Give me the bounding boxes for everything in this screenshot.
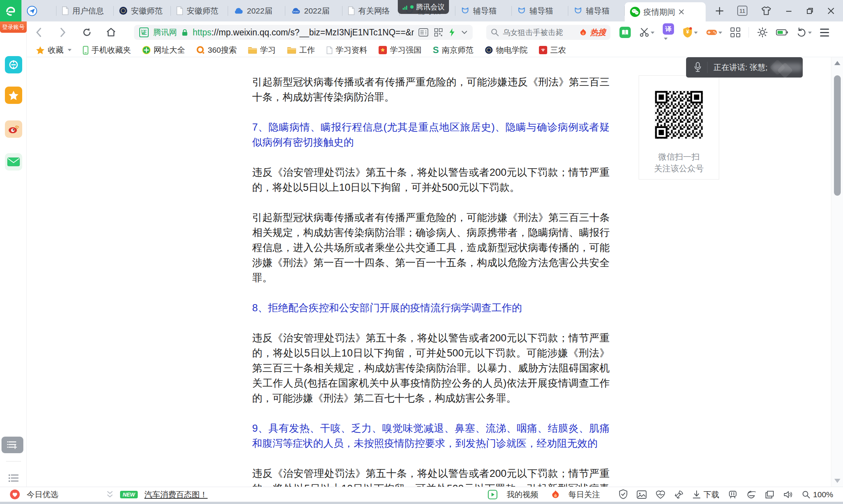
back-button[interactable] [32, 26, 45, 39]
double-chevron-icon[interactable] [107, 490, 113, 499]
image-icon[interactable] [637, 490, 647, 499]
page-qr-icon[interactable] [434, 28, 443, 37]
vertical-scrollbar[interactable] [831, 57, 843, 487]
ie-compat-icon[interactable] [746, 490, 756, 499]
daily-follow-label[interactable]: 每日关注 [568, 489, 600, 500]
theme-shirt-icon[interactable] [761, 6, 771, 15]
games-caret-icon[interactable] [718, 32, 722, 34]
my-videos-icon[interactable] [488, 490, 498, 499]
home-button[interactable] [105, 26, 117, 39]
sidebar-collector-panel[interactable] [2, 437, 23, 453]
tab-label: 辅导猫 [586, 6, 610, 16]
tab-pinned-nav[interactable] [21, 0, 56, 21]
refresh-button[interactable] [81, 26, 93, 39]
robot-grill-icon[interactable] [728, 490, 737, 499]
undo-restore-icon[interactable] [796, 27, 812, 38]
bookmark-sannong[interactable]: 三农 [539, 45, 566, 55]
browser-logo[interactable] [0, 0, 21, 21]
tab-2022-2[interactable]: 24365 2022届 [285, 0, 342, 21]
bookmark-folder-work[interactable]: 工作 [287, 45, 315, 55]
heart-badge-icon[interactable] [10, 489, 20, 499]
battery-saver-icon[interactable] [776, 29, 788, 36]
cloud-icon [233, 7, 243, 14]
multi-window-icon[interactable] [765, 490, 774, 499]
wallet-caret-icon[interactable] [694, 32, 698, 34]
wallet-shield-icon[interactable]: ¥ [682, 27, 698, 38]
document-icon [348, 6, 355, 15]
flame-icon [580, 28, 586, 37]
url-text[interactable]: https://mp.weixin.qq.com/s?__biz=MzI3NjE… [193, 27, 414, 38]
bookmark-nanjing-normal[interactable]: S 南京师范 [433, 45, 473, 55]
tab-network-doc[interactable]: 有关网络 [342, 0, 400, 21]
minimize-icon[interactable] [785, 7, 793, 15]
headline-link[interactable]: 汽车消费百态图！ [145, 489, 208, 500]
tab-2022-1[interactable]: 2022届 [228, 0, 285, 21]
favorites-caret-icon[interactable] [68, 49, 72, 51]
bookmark-360-search[interactable]: 360搜索 [196, 45, 237, 55]
tab-anhui-normal-2[interactable]: 安徽师范 [171, 0, 228, 21]
sidebar-app-mail[interactable] [5, 153, 22, 171]
tab-fudaomao-3[interactable]: 辅导猫 [512, 0, 568, 21]
rocket-icon[interactable] [674, 490, 683, 499]
health-heart-icon[interactable] [656, 490, 665, 499]
sidebar-list-button[interactable] [5, 469, 22, 487]
close-window-icon[interactable] [827, 7, 835, 15]
article-paragraph: 引起新型冠状病毒传播或者有传播严重危险的，可能涉嫌《刑法》第三百三十条相关规定，… [252, 210, 610, 285]
tab-fudaomao-2[interactable]: 辅导猫 [455, 0, 512, 21]
tab-user-info[interactable]: 用户信息 [56, 0, 114, 21]
speaker-icon[interactable] [783, 490, 793, 499]
games-icon[interactable] [706, 28, 722, 37]
search-box[interactable]: 乌女狙击手被击毙 热搜 [486, 25, 610, 40]
chevron-down-icon[interactable] [461, 30, 467, 35]
close-tab-icon[interactable] [679, 9, 684, 15]
bookmark-mobile-favorites[interactable]: 手机收藏夹 [83, 45, 131, 55]
scroll-up-arrow[interactable] [834, 61, 840, 65]
today-picks-label[interactable]: 今日优选 [27, 489, 58, 500]
bookmark-site-directory[interactable]: 网址大全 [142, 45, 185, 55]
meeting-speaking-toast[interactable]: 正在讲话: 张慧; [686, 57, 803, 78]
scroll-down-arrow[interactable] [834, 479, 840, 483]
bookmark-study-material[interactable]: 学习资料 [326, 45, 367, 55]
hot-search-label[interactable]: 热搜 [590, 27, 606, 38]
flame-icon[interactable] [552, 490, 559, 499]
tab-anhui-normal-1[interactable]: 安徽师范 [114, 0, 171, 21]
address-bar[interactable]: 证 腾讯网 https://mp.weixin.qq.com/s?__biz=M… [134, 25, 473, 40]
reading-book-icon[interactable] [619, 27, 631, 38]
tencent-meeting-pill[interactable]: 腾讯会议 [398, 0, 449, 14]
brightness-icon[interactable] [757, 27, 768, 38]
new-tab-icon[interactable] [715, 7, 724, 15]
bookmark-favorites[interactable]: 收藏 [36, 45, 72, 55]
bookmark-xuexi-qiangguo[interactable]: 学习强国 [379, 45, 422, 55]
sidebar-app-weibo[interactable] [5, 120, 22, 138]
undo-caret-icon[interactable] [808, 32, 812, 34]
sidebar-app-phone[interactable] [5, 56, 22, 73]
screenshot-scissors-icon[interactable] [639, 27, 654, 38]
tab-count-badge[interactable]: 11 [737, 6, 747, 16]
scrollbar-thumb[interactable] [834, 75, 841, 196]
scissors-caret-icon[interactable] [651, 32, 654, 34]
login-account-badge[interactable]: 登录账号 [0, 21, 27, 33]
restore-icon[interactable] [806, 7, 814, 15]
site-cert-badge[interactable]: 证 [139, 27, 149, 37]
speed-bolt-icon[interactable] [449, 28, 455, 37]
download-button[interactable]: 下载 [692, 489, 719, 500]
bookmark-folder-study[interactable]: 学习 [248, 45, 276, 55]
bottom-toolbar: 今日优选 NEW 汽车消费百态图！ 我的视频 每日关注 [0, 487, 843, 502]
translate-caret-icon[interactable] [664, 38, 668, 40]
shield-tools-icon[interactable] [619, 489, 628, 499]
forward-button[interactable] [56, 26, 69, 39]
tab-label: 用户信息 [72, 6, 104, 16]
main-menu-icon[interactable] [820, 29, 829, 37]
search-suggestion[interactable]: 乌女狙击手被击毙 [503, 27, 576, 38]
sidebar-app-favorites[interactable] [5, 87, 22, 104]
bookmark-wudian-college[interactable]: 物电学院 [485, 45, 528, 55]
site-name[interactable]: 腾讯网 [153, 27, 177, 38]
tab-fudaomao-4[interactable]: 辅导猫 [568, 0, 625, 21]
translate-icon[interactable]: 译 [663, 23, 674, 41]
tab-active-epidemic[interactable]: 疫情期间 [625, 2, 706, 21]
my-videos-label[interactable]: 我的视频 [507, 489, 538, 500]
page-zoom-control[interactable]: 100% [802, 490, 833, 499]
apps-grid-icon[interactable] [730, 27, 740, 37]
reader-mode-icon[interactable] [418, 28, 428, 37]
speaking-status-text: 正在讲话: 张慧; [714, 62, 768, 73]
